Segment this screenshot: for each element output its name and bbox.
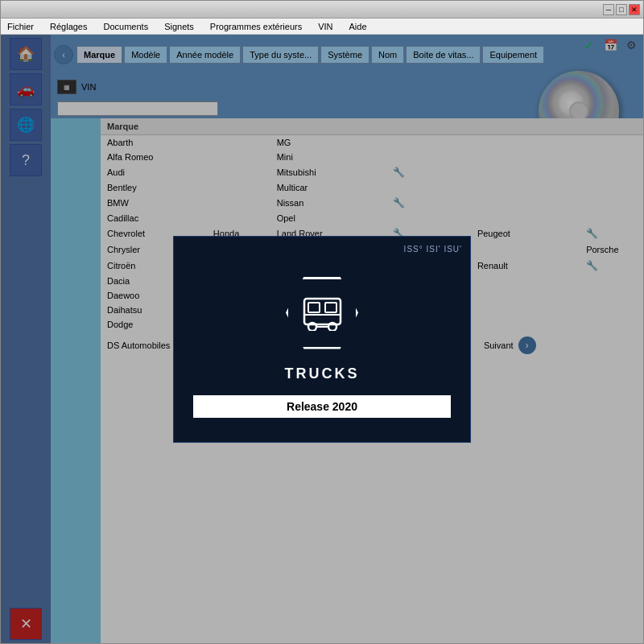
menu-documents[interactable]: Documents: [101, 20, 152, 33]
close-button[interactable]: ✕: [629, 4, 640, 15]
svg-rect-1: [308, 303, 320, 312]
svg-rect-2: [325, 303, 336, 312]
trucks-label: TRUCKS: [285, 365, 360, 382]
minimize-button[interactable]: ─: [603, 4, 614, 15]
menu-programmes[interactable]: Programmes extérieurs: [207, 20, 305, 33]
main-content: ✓ 📅 ⚙ 🏠 🚗 🌐 ? ✕ ‹ Marque Modèle Année mo…: [1, 35, 643, 643]
menu-signets[interactable]: Signets: [161, 20, 197, 33]
menu-aide[interactable]: Aide: [346, 20, 370, 33]
restore-button[interactable]: □: [616, 4, 627, 15]
truck-svg: [300, 295, 345, 331]
window-controls: ─ □ ✕: [603, 4, 640, 15]
menu-fichier[interactable]: Fichier: [4, 20, 37, 33]
popup-header-text: ISS° ISI' ISU': [404, 245, 462, 254]
release-text: Release 2020: [287, 400, 357, 413]
main-window: ─ □ ✕ Fichier Réglages Documents Signets…: [0, 0, 644, 644]
release-bar: Release 2020: [193, 395, 451, 418]
truck-icon-container: [286, 277, 358, 349]
menu-vin[interactable]: VIN: [315, 20, 336, 33]
title-bar: ─ □ ✕: [1, 1, 643, 19]
hexagon-shape: [286, 277, 358, 349]
menu-reglages[interactable]: Réglages: [47, 20, 90, 33]
popup-dialog: ISS° ISI' ISU': [173, 236, 471, 443]
popup-overlay: ISS° ISI' ISU': [1, 35, 643, 643]
menu-bar: Fichier Réglages Documents Signets Progr…: [1, 19, 643, 35]
